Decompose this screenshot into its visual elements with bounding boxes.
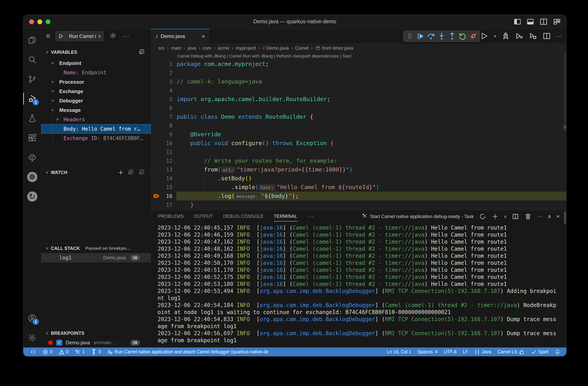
launch-config-label[interactable]: Run Camel r [66,33,98,39]
split-terminal-button[interactable] [512,213,519,220]
status-language-mode[interactable]: Java [474,349,491,355]
watch-header[interactable]: > WATCH + [41,168,151,177]
code-line-3[interactable]: 3// camel-k: language=java [151,77,566,86]
collapse-all-icon[interactable] [139,169,145,176]
breadcrumb-item[interactable]: JDemo.java [262,45,289,51]
maximize-panel-button[interactable]: ∧ [547,213,551,220]
start-debug-icon[interactable] [56,31,66,41]
step-into-button[interactable] [437,31,446,41]
code-line-15[interactable]: 15 .simple(text:"Hello Camel from ${rout… [151,183,566,192]
glyph-margin[interactable] [151,156,162,165]
breakpoint-checkbox[interactable]: ✓ [56,340,62,345]
zoom-window-button[interactable] [45,19,50,24]
activity-project-explorer[interactable] [23,148,41,167]
call-stack-header[interactable]: > CALL STACK Paused on breakpo… [41,244,151,253]
scrollbar-slider[interactable] [564,53,566,131]
status-encoding[interactable]: UTF-8 [444,349,457,355]
activity-explorer[interactable] [23,30,41,50]
panel-tab-terminal[interactable]: TERMINAL [274,210,297,223]
stack-frame-row[interactable]: log1 Demo.java 16 [41,253,151,262]
status-cursor-position[interactable]: Ln 16, Col 1 [387,349,411,355]
activity-kubernetes[interactable]: ☸ [23,167,41,187]
variable-row[interactable]: Exchange ID: B74C46FC8B0F… [41,133,151,143]
code-line-8[interactable]: 8 [151,121,566,130]
chevron-down-icon[interactable]: ∨ [98,34,104,39]
variable-row[interactable]: >Debugger [41,96,151,106]
code-line-17[interactable]: 17 } [151,200,566,209]
code-line-2[interactable]: 2 [151,68,566,77]
glyph-margin[interactable] [151,95,162,104]
glyph-margin[interactable] [151,104,162,112]
status-errors[interactable]: 0 [42,349,52,355]
breadcrumb-item[interactable]: Camel [295,45,309,51]
variables-header[interactable]: > VARIABLES [41,47,151,57]
tab-demo-java[interactable]: J Demo.java × [151,29,210,43]
status-ports[interactable]: 0 [91,349,101,355]
glyph-margin[interactable] [151,60,162,68]
glyph-margin[interactable] [151,165,162,174]
step-over-button[interactable] [426,31,436,41]
code-editor[interactable]: Camel Debug with JBang | Camel Run with … [151,53,566,210]
code-line-14[interactable]: 14 .setBody() [151,174,566,183]
camel-debug-button[interactable] [529,32,537,40]
gear-icon[interactable] [109,32,117,41]
breadcrumb-item[interactable]: java [188,45,196,51]
remove-all-icon[interactable] [128,169,134,176]
status-camel-ls[interactable]: Camel LS [498,349,525,355]
breadcrumb-item[interactable]: src [158,45,165,51]
code-line-11[interactable]: 11 [151,148,566,156]
glyph-margin[interactable] [151,121,162,130]
status-remote[interactable] [30,349,36,355]
breadcrumb-item[interactable]: myproject [235,45,256,51]
panel-tab-problems[interactable]: PROBLEMS [158,210,184,223]
close-window-button[interactable] [29,19,34,24]
code-line-12[interactable]: 12 // Write your routes here, for exampl… [151,156,566,165]
more-actions-icon[interactable]: ··· [122,33,129,40]
continue-button[interactable] [416,31,425,41]
status-debug-session[interactable]: Run Camel native application and attach … [107,349,269,355]
status-warnings[interactable]: 0 [59,349,69,355]
panel-tab-output[interactable]: OUTPUT [194,210,213,223]
breakpoint-row[interactable]: ✓ Demo.java src/main… 16 [41,338,151,347]
code-line-10[interactable]: 10 public void configure() throws Except… [151,139,566,148]
variable-row[interactable]: Name: Endpoint [41,68,151,77]
variable-row[interactable]: >Headers [41,115,151,124]
variable-row[interactable]: >Exchange [41,87,151,96]
breadcrumb-item[interactable]: com [203,45,211,51]
code-line-9[interactable]: 9 @Override [151,130,566,139]
task-spinner-button[interactable] [479,213,486,220]
more-tabs-icon[interactable]: ··· [308,213,314,220]
collapse-all-icon[interactable] [139,48,145,56]
codelens-actions[interactable]: Camel Debug with JBang | Camel Run with … [151,53,566,60]
variable-row[interactable]: Body: Hello Camel from r… [41,124,151,133]
activity-accounts[interactable]: 1 [23,308,41,328]
code-line-7[interactable]: 7public class Demo extends RouteBuilder … [151,112,566,121]
task-label[interactable]: Start Camel native application debug-rea… [362,213,474,220]
terminal-dropdown-button[interactable]: ∨ [504,214,507,219]
code-line-13[interactable]: 13 from(uri:"timer:java?period={{time:10… [151,165,566,174]
activity-run-and-debug[interactable]: 1 [23,89,41,108]
quarkus-rocket-button[interactable] [501,32,510,40]
glyph-margin[interactable] [151,148,162,156]
toggle-sidebar-icon[interactable] [514,18,521,26]
toggle-panel-icon[interactable] [526,18,534,26]
code-line-1[interactable]: 1package com.acme.myproject; [151,60,566,68]
glyph-margin[interactable] [151,183,162,192]
activity-testing[interactable] [23,108,41,128]
step-out-button[interactable] [447,31,457,41]
kill-terminal-button[interactable] [524,213,532,220]
status-tasks[interactable]: 1 [75,349,85,355]
code-line-5[interactable]: 5import org.apache.camel.builder.RouteBu… [151,95,566,104]
panel-tab-debug-console[interactable]: DEBUG CONSOLE [223,210,264,223]
breadcrumb-item[interactable]: from timer:java [315,45,353,51]
variable-row[interactable]: >Processor [41,77,151,87]
more-actions-button[interactable]: ··· [556,33,562,39]
breadcrumb-item[interactable]: main [171,45,181,51]
breakpoints-header[interactable]: > BREAKPOINTS [41,328,151,338]
code-line-4[interactable]: 4 [151,86,566,95]
run-file-button[interactable] [480,32,488,40]
more-actions-button[interactable]: ··· [537,213,542,220]
glyph-margin[interactable] [151,139,162,148]
status-spell[interactable]: Spell [531,349,548,355]
split-editor-button[interactable] [543,32,551,40]
